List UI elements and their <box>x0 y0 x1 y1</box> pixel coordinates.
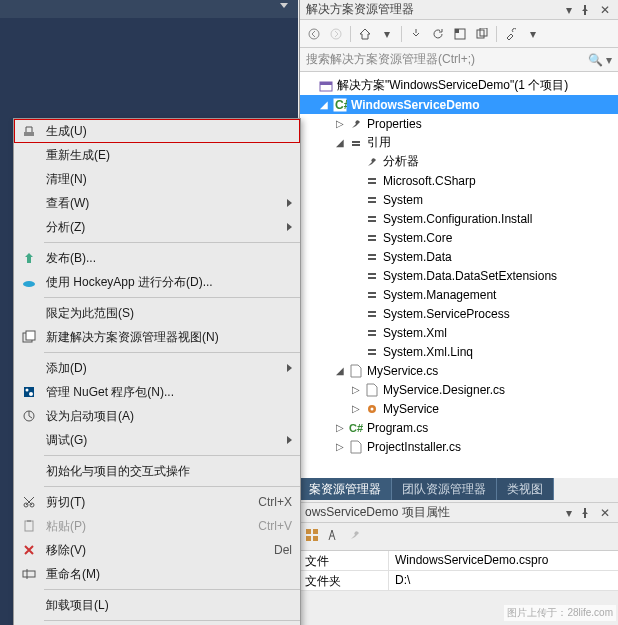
component-node[interactable]: ▷MyService <box>300 399 618 418</box>
categorized-icon[interactable] <box>305 528 319 545</box>
solution-node[interactable]: 解决方案"WindowsServiceDemo"(1 个项目) <box>300 76 618 95</box>
project-node[interactable]: ◢C#WindowsServiceDemo <box>300 95 618 114</box>
menu-item-label: 限定为此范围(S) <box>40 305 292 322</box>
reference-label: System <box>383 193 423 207</box>
dropdown-icon[interactable]: ▾ <box>562 506 576 520</box>
collapse-icon[interactable]: ◢ <box>336 365 348 376</box>
separator <box>496 26 497 42</box>
menu-separator <box>44 620 300 621</box>
panel-title: owsServiceDemo 项目属性 <box>305 504 558 521</box>
menu-item[interactable]: 使用 HockeyApp 进行分布(D)... <box>14 270 300 294</box>
menu-item[interactable]: 添加(D) <box>14 356 300 380</box>
menu-item[interactable]: 初始化与项目的交互式操作 <box>14 459 300 483</box>
reference-label: System.ServiceProcess <box>383 307 510 321</box>
menu-item[interactable]: 调试(G) <box>14 428 300 452</box>
dropdown-icon[interactable]: ▾ <box>562 3 576 17</box>
expand-icon[interactable]: ▷ <box>352 403 364 414</box>
reference-icon <box>364 192 380 208</box>
svg-rect-48 <box>25 521 33 531</box>
property-row[interactable]: 文件夹D:\ <box>299 571 618 591</box>
reference-node[interactable]: System <box>300 190 618 209</box>
reference-node[interactable]: System.Xml <box>300 323 618 342</box>
back-icon[interactable] <box>304 24 324 44</box>
property-row[interactable]: 文件WindowsServiceDemo.cspro <box>299 551 618 571</box>
chevron-down-icon[interactable]: ▾ <box>523 24 543 44</box>
menu-item[interactable]: 管理 NuGet 程序包(N)... <box>14 380 300 404</box>
svg-rect-15 <box>368 201 376 203</box>
reference-node[interactable]: System.ServiceProcess <box>300 304 618 323</box>
refresh-icon[interactable] <box>428 24 448 44</box>
collapse-icon[interactable]: ◢ <box>336 137 348 148</box>
solution-tree[interactable]: 解决方案"WindowsServiceDemo"(1 个项目) ◢C#Windo… <box>300 72 618 478</box>
menu-item[interactable]: 生成(U) <box>14 119 300 143</box>
tab-team-explorer[interactable]: 团队资源管理器 <box>392 478 497 500</box>
menu-item-label: 发布(B)... <box>40 250 292 267</box>
reference-node[interactable]: Microsoft.CSharp <box>300 171 618 190</box>
expand-icon[interactable]: ▷ <box>336 441 348 452</box>
menu-item[interactable]: 重新生成(E) <box>14 143 300 167</box>
references-node[interactable]: ◢引用 <box>300 133 618 152</box>
menu-item[interactable]: 新建解决方案资源管理器视图(N) <box>14 325 300 349</box>
properties-node[interactable]: ▷Properties <box>300 114 618 133</box>
expand-icon[interactable]: ▷ <box>336 422 348 433</box>
reference-node[interactable]: System.Core <box>300 228 618 247</box>
menu-item[interactable]: 限定为此范围(S) <box>14 301 300 325</box>
menu-item[interactable]: 清理(N) <box>14 167 300 191</box>
file-node[interactable]: ▷ProjectInstaller.cs <box>300 437 618 456</box>
chevron-down-icon[interactable]: ▾ <box>377 24 397 44</box>
reference-node[interactable]: System.Data <box>300 247 618 266</box>
forward-icon[interactable] <box>326 24 346 44</box>
reference-label: System.Management <box>383 288 496 302</box>
reference-node[interactable]: System.Configuration.Install <box>300 209 618 228</box>
expand-icon[interactable]: ▷ <box>352 384 364 395</box>
file-node[interactable]: ◢MyService.cs <box>300 361 618 380</box>
menu-item[interactable]: 粘贴(P)Ctrl+V <box>14 514 300 538</box>
menu-item[interactable]: 发布(B)... <box>14 246 300 270</box>
svg-rect-17 <box>368 220 376 222</box>
menu-separator <box>44 352 300 353</box>
reference-icon <box>364 173 380 189</box>
sync-icon[interactable] <box>406 24 426 44</box>
svg-point-33 <box>371 407 374 410</box>
tab-overflow-icon[interactable] <box>280 3 288 8</box>
file-node[interactable]: ▷C#Program.cs <box>300 418 618 437</box>
menu-item[interactable]: 剪切(T)Ctrl+X <box>14 490 300 514</box>
watermark: 图片上传于：28life.com <box>504 605 616 621</box>
reference-node[interactable]: System.Data.DataSetExtensions <box>300 266 618 285</box>
collapse-icon[interactable]: ◢ <box>320 99 332 110</box>
properties-icon[interactable] <box>501 24 521 44</box>
reference-icon <box>364 306 380 322</box>
alphabetical-icon[interactable] <box>327 528 341 545</box>
close-icon[interactable]: ✕ <box>598 3 612 17</box>
showall-icon[interactable] <box>472 24 492 44</box>
collapse-icon[interactable] <box>450 24 470 44</box>
tab-class-view[interactable]: 类视图 <box>497 478 554 500</box>
search-input[interactable]: 搜索解决方案资源管理器(Ctrl+;) 🔍 ▾ <box>300 48 618 72</box>
expand-icon[interactable]: ▷ <box>336 118 348 129</box>
reference-node[interactable]: 分析器 <box>300 152 618 171</box>
tab-solution-explorer[interactable]: 案资源管理器 <box>299 478 392 500</box>
svg-rect-3 <box>455 29 459 33</box>
menu-item[interactable]: 设为启动项目(A) <box>14 404 300 428</box>
wrench-icon[interactable] <box>349 529 361 544</box>
menu-item[interactable]: 卸载项目(L) <box>14 593 300 617</box>
menu-item[interactable]: 移除(V)Del <box>14 538 300 562</box>
svg-rect-10 <box>352 141 360 143</box>
close-icon[interactable]: ✕ <box>598 506 612 520</box>
pin-icon[interactable] <box>580 508 594 518</box>
menu-item[interactable]: 查看(W) <box>14 191 300 215</box>
svg-rect-11 <box>352 144 360 146</box>
pin-icon[interactable] <box>580 5 594 15</box>
svg-rect-37 <box>313 536 318 541</box>
menu-item-shortcut: Ctrl+V <box>258 519 292 533</box>
menu-item-label: 管理 NuGet 程序包(N)... <box>40 384 292 401</box>
menu-item[interactable]: 分析(Z) <box>14 215 300 239</box>
reference-node[interactable]: System.Xml.Linq <box>300 342 618 361</box>
reference-node[interactable]: System.Management <box>300 285 618 304</box>
cs-file-icon <box>348 439 364 455</box>
remove-icon <box>18 543 40 557</box>
menu-item-shortcut: Del <box>274 543 292 557</box>
menu-item[interactable]: 重命名(M) <box>14 562 300 586</box>
home-icon[interactable] <box>355 24 375 44</box>
file-node[interactable]: ▷MyService.Designer.cs <box>300 380 618 399</box>
